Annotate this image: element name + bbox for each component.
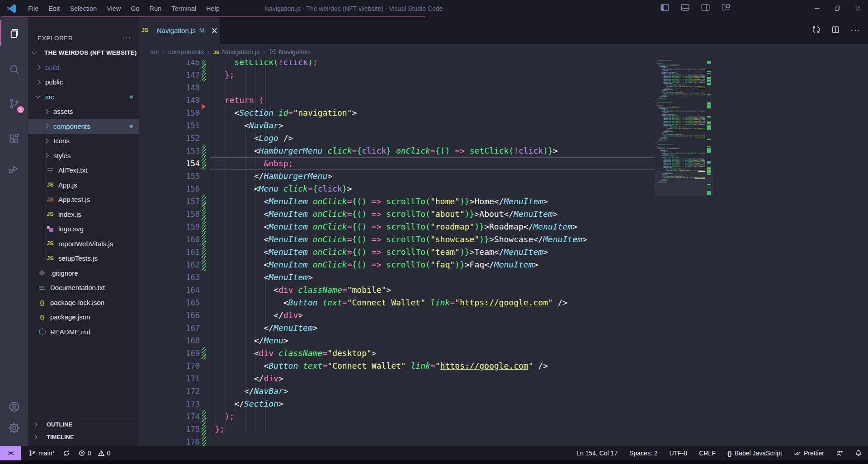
status-notifications[interactable] — [849, 446, 868, 460]
code-line-161[interactable]: 161 <MenuItem onClick={() => scrollTo("t… — [139, 246, 868, 258]
tree-item-documentation-txt[interactable]: Documentation.txt — [28, 281, 139, 295]
code-line-147[interactable]: 147 }; — [139, 69, 868, 81]
menu-help[interactable]: Help — [201, 0, 225, 17]
timeline-panel-header[interactable]: TIMELINE — [28, 431, 139, 443]
menu-selection[interactable]: Selection — [65, 0, 102, 17]
code-line-151[interactable]: 151 <NavBar> — [139, 119, 868, 132]
code-line-176[interactable]: 176 — [139, 436, 868, 446]
tree-item-assets[interactable]: assets — [28, 104, 139, 119]
code-line-152[interactable]: 152 <Logo /> — [139, 132, 868, 145]
status-sync[interactable] — [59, 446, 74, 460]
menu-terminal[interactable]: Terminal — [166, 0, 201, 17]
code-line-162[interactable]: 162 <MenuItem onClick={() => scrollTo("f… — [139, 258, 868, 271]
breadcrumb-navigation[interactable]: Navigation — [269, 48, 310, 56]
status-remote[interactable]: >< — [0, 446, 21, 460]
tree-item--gitignore[interactable]: .gitignore — [28, 266, 139, 281]
code-editor[interactable]: 146 setClick(!click);147 };148149 return… — [139, 60, 868, 446]
code-line-174[interactable]: 174 ); — [139, 410, 868, 423]
menu-view[interactable]: View — [102, 0, 126, 17]
code-line-153[interactable]: 153 <HamburgerMenu click={click} onClick… — [139, 145, 868, 157]
tree-item-icons[interactable]: Icons — [28, 134, 139, 149]
status-feedback[interactable] — [830, 446, 849, 460]
tree-item-logo-svg[interactable]: logo.svg — [28, 222, 139, 237]
toggle-sidebar-icon[interactable] — [660, 3, 670, 14]
toggle-panel-icon[interactable] — [680, 3, 690, 14]
activity-run-and-debug[interactable] — [0, 157, 28, 180]
code-line-149[interactable]: 149 return ( — [139, 94, 868, 107]
status-branch[interactable]: main* — [24, 446, 59, 460]
code-line-156[interactable]: 156 <Menu click={click}> — [139, 183, 868, 195]
overview-ruler-change-mark — [707, 122, 711, 123]
code-line-160[interactable]: 160 <MenuItem onClick={() => scrollTo("s… — [139, 233, 868, 246]
code-line-148[interactable]: 148 — [139, 81, 868, 94]
code-line-155[interactable]: 155 </HamburgerMenu> — [139, 170, 868, 183]
menu-run[interactable]: Run — [145, 0, 167, 17]
menu-go[interactable]: Go — [126, 0, 144, 17]
code-line-163[interactable]: 163 <MenuItem> — [139, 271, 868, 284]
menu-file[interactable]: File — [23, 0, 43, 17]
tab-close-icon[interactable]: × — [211, 25, 218, 35]
tree-item-setuptests-js[interactable]: JSsetupTests.js — [28, 251, 139, 266]
tree-item-readme-md[interactable]: iREADME.md — [28, 324, 139, 339]
tree-item-src[interactable]: src — [28, 89, 139, 104]
menu-edit[interactable]: Edit — [43, 0, 65, 17]
tree-item-app-js[interactable]: JSApp.js — [28, 178, 139, 192]
code-line-166[interactable]: 166 </div> — [139, 309, 868, 322]
activity-explorer[interactable] — [0, 22, 28, 44]
code-line-172[interactable]: 172 </NavBar> — [139, 385, 868, 398]
status-formatter[interactable]: Prettier — [788, 446, 830, 460]
status-cursor-position[interactable]: Ln 154, Col 17 — [571, 446, 623, 460]
minimap-slider[interactable] — [655, 171, 713, 196]
code-line-173[interactable]: 173 </Section> — [139, 398, 868, 410]
tree-item-reportwebvitals-js[interactable]: JSreportWebVitals.js — [28, 236, 139, 251]
activity-settings[interactable] — [0, 417, 28, 439]
activity-search[interactable] — [0, 58, 28, 80]
tree-item-package-json[interactable]: {}package.json — [28, 310, 139, 325]
code-line-159[interactable]: 159 <MenuItem onClick={() => scrollTo("r… — [139, 220, 868, 233]
tree-item-components[interactable]: components — [28, 119, 139, 134]
activity-source-control[interactable]: 1 — [0, 92, 28, 115]
code-line-157[interactable]: 157 <MenuItem onClick={() => scrollTo("h… — [139, 195, 868, 208]
workspace-section-header[interactable]: THE WEIRDOS (NFT WEBSITE) — [28, 45, 139, 60]
code-line-146[interactable]: 146 setClick(!click); — [139, 60, 868, 69]
status-indentation[interactable]: Spaces: 2 — [623, 446, 663, 460]
tree-item-build[interactable]: build — [28, 60, 139, 75]
activity-extensions[interactable] — [0, 127, 28, 150]
sidebar-more-actions-button[interactable]: ··· — [122, 32, 131, 44]
code-line-169[interactable]: 169 <div className="desktop"> — [139, 347, 868, 360]
code-line-154[interactable]: 154 &nbsp; — [139, 157, 868, 170]
code-line-171[interactable]: 171 </div> — [139, 372, 868, 385]
tab-navigation-js[interactable]: JS Navigation.js M × — [139, 17, 220, 44]
breadcrumb-src[interactable]: src — [150, 48, 159, 56]
code-line-170[interactable]: 170 <Button text="Connect Wallet" link="… — [139, 360, 868, 372]
activity-accounts[interactable] — [0, 395, 28, 418]
status-problems[interactable]: 00 — [74, 446, 118, 460]
split-editor-icon[interactable] — [831, 25, 840, 36]
breadcrumb-navigation-js[interactable]: JSNavigation.js — [213, 48, 259, 56]
code-line-165[interactable]: 165 <Button text="Connect Wallet" link="… — [139, 296, 868, 309]
minimize-icon[interactable] — [807, 0, 827, 17]
tree-item-package-lock-json[interactable]: {}package-lock.json — [28, 295, 139, 310]
restore-icon[interactable] — [827, 0, 848, 17]
customize-layout-icon[interactable] — [721, 3, 731, 14]
open-changes-icon[interactable] — [812, 25, 821, 36]
close-icon[interactable] — [848, 0, 868, 17]
more-actions-icon[interactable]: ··· — [851, 26, 861, 35]
code-line-175[interactable]: 175}; — [139, 423, 868, 436]
code-line-167[interactable]: 167 </MenuItem> — [139, 322, 868, 334]
tree-item-index-js[interactable]: JSindex.js — [28, 207, 139, 222]
code-line-168[interactable]: 168 </Menu> — [139, 334, 868, 347]
code-line-150[interactable]: 150 <Section id="navigation"> — [139, 107, 868, 119]
breadcrumb-components[interactable]: components — [168, 48, 204, 56]
status-language-mode[interactable]: {}Babel JavaScript — [722, 446, 788, 460]
toggle-secondary-sidebar-icon[interactable] — [701, 3, 710, 14]
tree-item-alltext-txt[interactable]: AllText.txt — [28, 163, 139, 178]
outline-panel-header[interactable]: OUTLINE — [28, 418, 139, 431]
tree-item-app-test-js[interactable]: JSApp.test.js — [28, 192, 139, 207]
status-eol[interactable]: CRLF — [693, 446, 722, 460]
tree-item-public[interactable]: public — [28, 75, 139, 90]
tree-item-styles[interactable]: styles — [28, 148, 139, 163]
code-line-164[interactable]: 164 <div className="mobile"> — [139, 284, 868, 296]
status-encoding[interactable]: UTF-8 — [663, 446, 693, 460]
code-line-158[interactable]: 158 <MenuItem onClick={() => scrollTo("a… — [139, 208, 868, 220]
